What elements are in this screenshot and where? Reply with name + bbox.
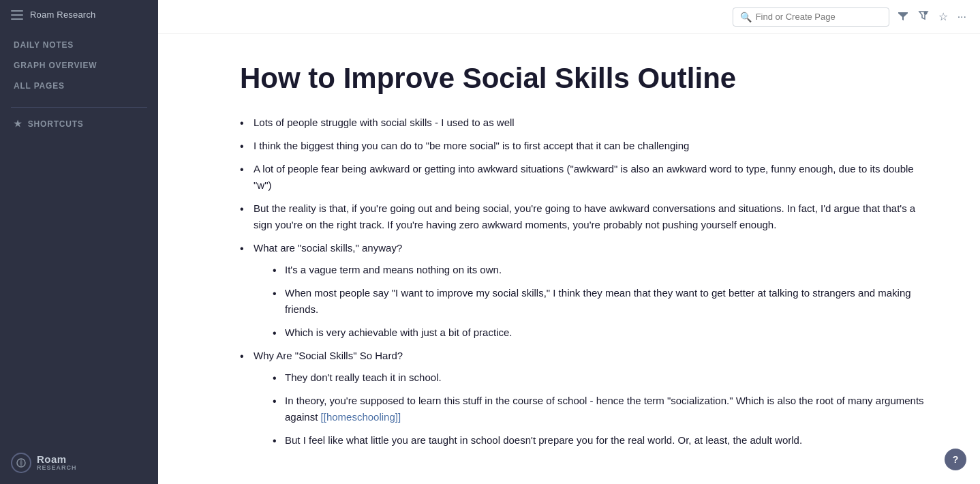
search-icon: 🔍 [740,12,752,22]
sidebar-item-daily-notes[interactable]: DAILY NOTES [0,35,158,55]
search-input[interactable] [756,12,882,22]
list-item: In theory, you're supposed to learn this… [273,393,925,425]
list-item: Why Are "Social Skills" So Hard? They do… [240,348,925,449]
sidebar-bottom: Roam RESEARCH [0,442,158,484]
bullet-text: What are "social skills," anyway? [254,242,402,254]
bullet-text: It's a vague term and means nothing on i… [285,264,502,275]
topbar: 🔍 ☆ ··· [158,0,980,34]
nested-list: It's a vague term and means nothing on i… [254,262,925,341]
list-item: They don't really teach it in school. [273,369,925,386]
sidebar-navigation: DAILY NOTES GRAPH OVERVIEW ALL PAGES [0,29,158,102]
search-bar[interactable]: 🔍 [733,7,889,27]
roam-logo-circle [11,453,31,473]
sidebar-item-all-pages[interactable]: ALL PAGES [0,76,158,96]
list-item: Lots of people struggle with social skil… [240,115,925,131]
bullet-text: In theory, you're supposed to learn this… [285,395,924,423]
star-outline-icon[interactable]: ☆ [938,10,948,23]
page-title: How to Improve Social Skills Outline [240,61,925,95]
roam-logo: Roam RESEARCH [11,453,77,473]
bullet-list: Lots of people struggle with social skil… [240,115,925,449]
bullet-text: I think the biggest thing you can do to … [254,140,689,151]
sidebar-shortcuts[interactable]: ★ SHORTCUTS [0,113,158,134]
bullet-text: Lots of people struggle with social skil… [254,117,515,128]
help-button[interactable]: ? [945,449,966,470]
star-icon: ★ [14,119,22,129]
bullet-text: They don't really teach it in school. [285,372,442,383]
bullet-text: Which is very achievable with just a bit… [285,327,512,338]
list-item: But I feel like what little you are taug… [273,432,925,449]
sidebar-header: Roam Research [0,0,158,29]
hamburger-icon[interactable] [11,10,23,20]
bullet-text: A lot of people fear being awkward or ge… [254,163,914,191]
list-item: It's a vague term and means nothing on i… [273,262,925,278]
svg-point-1 [923,11,927,14]
list-item: A lot of people fear being awkward or ge… [240,161,925,194]
page-content: How to Improve Social Skills Outline Lot… [158,34,980,484]
roam-logo-main: Roam [37,454,77,466]
bullet-text: Why Are "Social Skills" So Hard? [254,350,403,361]
roam-logo-text: Roam RESEARCH [37,454,77,472]
bullet-text: When most people say "I want to improve … [285,287,911,315]
sidebar: Roam Research DAILY NOTES GRAPH OVERVIEW… [0,0,158,484]
list-item: I think the biggest thing you can do to … [240,138,925,154]
list-item: But the reality is that, if you're going… [240,200,925,233]
bullet-text: But I feel like what little you are taug… [285,434,802,446]
funnel-icon[interactable] [918,10,929,24]
sidebar-divider [11,107,147,108]
nested-list: They don't really teach it in school. In… [254,369,925,449]
main-content: 🔍 ☆ ··· How to Improve Social Skills Out… [158,0,980,484]
list-item: When most people say "I want to improve … [273,285,925,318]
shortcuts-label: SHORTCUTS [28,119,84,129]
list-item: Which is very achievable with just a bit… [273,324,925,341]
topbar-icons: ☆ ··· [898,10,966,24]
more-icon[interactable]: ··· [958,11,966,23]
workspace-name: Roam Research [30,10,96,20]
list-item: What are "social skills," anyway? It's a… [240,240,925,341]
filter-icon[interactable] [898,10,908,24]
sidebar-item-graph-overview[interactable]: GRAPH OVERVIEW [0,55,158,76]
homeschooling-link[interactable]: [[homeschooling]] [321,411,401,423]
bullet-text: But the reality is that, if you're going… [254,202,915,230]
roam-logo-sub: RESEARCH [37,465,77,472]
